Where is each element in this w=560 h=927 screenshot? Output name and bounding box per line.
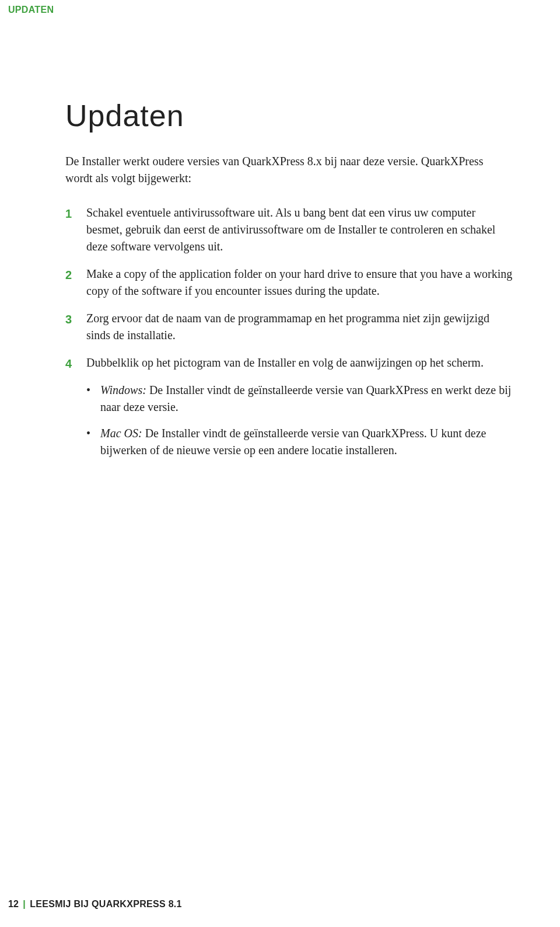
bullet-lead: Windows: <box>100 384 146 396</box>
running-header: UPDATEN <box>8 5 54 15</box>
list-item: Schakel eventuele antivirussoftware uit.… <box>65 204 513 255</box>
list-item: Make a copy of the application folder on… <box>65 266 513 299</box>
page-title: Updaten <box>65 98 513 133</box>
steps-list: Schakel eventuele antivirussoftware uit.… <box>65 204 513 371</box>
page-number: 12 <box>8 899 19 909</box>
intro-paragraph: De Installer werkt oudere versies van Qu… <box>65 153 513 187</box>
list-item: Zorg ervoor dat de naam van de programma… <box>65 310 513 344</box>
bullet-text: De Installer vindt de geïnstalleerde ver… <box>100 427 486 456</box>
list-item: Windows: De Installer vindt de geïnstall… <box>86 382 513 416</box>
page-footer: 12 | LEESMIJ BIJ QUARKXPRESS 8.1 <box>8 899 182 909</box>
bullet-lead: Mac OS: <box>100 427 142 440</box>
list-item: Mac OS: De Installer vindt de geïnstalle… <box>86 425 513 459</box>
bullet-text: De Installer vindt de geïnstalleerde ver… <box>100 384 511 413</box>
bullet-list: Windows: De Installer vindt de geïnstall… <box>86 382 513 459</box>
page-content: Updaten De Installer werkt oudere versie… <box>65 98 513 468</box>
footer-doc-title: LEESMIJ BIJ QUARKXPRESS 8.1 <box>30 899 182 909</box>
footer-separator: | <box>23 899 25 909</box>
list-item: Dubbelklik op het pictogram van de Insta… <box>65 354 513 371</box>
